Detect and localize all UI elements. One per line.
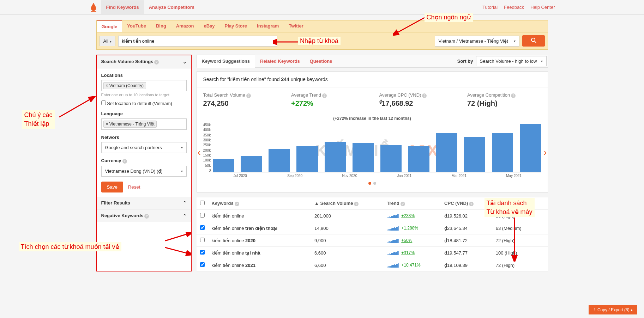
trend-cell[interactable]: +50% bbox=[387, 238, 437, 243]
tab-related[interactable]: Related Keywords bbox=[255, 55, 305, 67]
reset-button[interactable]: Reset bbox=[128, 184, 140, 190]
chevron-down-icon: ⌄ bbox=[183, 59, 187, 65]
negative-keywords-header[interactable]: Negative Keywords?⌃ bbox=[97, 209, 191, 222]
summary-text: Search for "kiếm tiền online" found 244 … bbox=[197, 72, 548, 87]
chart-bar bbox=[296, 146, 318, 172]
select-all-checkbox[interactable] bbox=[200, 201, 205, 205]
language-input[interactable]: × Vietnamese - Tiếng Việt bbox=[101, 118, 187, 130]
svg-line-5 bbox=[59, 99, 91, 117]
language-label: Language bbox=[101, 111, 187, 116]
trend-cell[interactable]: +317% bbox=[387, 250, 437, 255]
chevron-up-icon: ⌃ bbox=[183, 200, 187, 206]
svg-line-4 bbox=[535, 41, 536, 43]
trend-cell[interactable]: +233% bbox=[387, 213, 437, 218]
chart-bar bbox=[464, 137, 485, 172]
col-keywords[interactable]: Keywords? bbox=[208, 197, 311, 210]
annotation-settings: Chú ý cácThiết lập bbox=[22, 110, 55, 129]
chart-bar bbox=[492, 133, 513, 172]
chart-bar bbox=[436, 133, 457, 172]
source-tab-instagram[interactable]: Instagram bbox=[252, 20, 284, 32]
avg-trend-value: +272% bbox=[291, 99, 365, 108]
annotation-checkbox: Tích chọn các từ khoá muốn tải về bbox=[19, 242, 121, 251]
row-checkbox[interactable] bbox=[200, 238, 205, 242]
annotation-keyword: Nhập từ khoá bbox=[298, 37, 341, 45]
chart-bar bbox=[380, 145, 402, 172]
source-tab-amazon[interactable]: Amazon bbox=[171, 20, 199, 32]
sort-select[interactable]: Search Volume - high to low▾ bbox=[476, 56, 547, 66]
source-tab-twitter[interactable]: Twitter bbox=[284, 20, 308, 32]
locations-input[interactable]: × Vietnam (Country) bbox=[101, 80, 187, 91]
chart-bar bbox=[325, 142, 346, 172]
chart-bar bbox=[213, 159, 234, 172]
table-row: kiếm tiền online tại nhà6,600+317%₫19,54… bbox=[197, 247, 548, 259]
search-button[interactable] bbox=[522, 35, 545, 47]
source-tab-play-store[interactable]: Play Store bbox=[220, 20, 252, 32]
chart-bar bbox=[353, 143, 374, 172]
language-selector[interactable]: Vietnam / Vietnamese - Tiếng Việt▾ bbox=[435, 36, 519, 47]
row-checkbox[interactable] bbox=[200, 225, 205, 230]
logo-icon bbox=[89, 3, 98, 12]
trend-cell[interactable]: +1,288% bbox=[387, 226, 437, 231]
chart-bar bbox=[269, 149, 290, 172]
svg-rect-0 bbox=[91, 11, 96, 12]
nav-analyze-competitors[interactable]: Analyze Competitors bbox=[144, 0, 199, 14]
table-row: kiếm tiền online 20216,600+10,471%₫19,10… bbox=[197, 259, 548, 271]
link-tutorial[interactable]: Tutorial bbox=[482, 5, 498, 10]
chart-bar bbox=[408, 146, 429, 172]
currency-select[interactable]: Vietnamese Dong (VND) (₫)▾ bbox=[101, 166, 187, 177]
chart-xaxis: Jul 2020Sep 2020Nov 2020Jan 2021Mar 2021… bbox=[213, 174, 541, 178]
source-tabs: GoogleYouTubeBingAmazoneBayPlay StoreIns… bbox=[96, 20, 548, 32]
col-volume[interactable]: ▲ Search Volume? bbox=[311, 197, 383, 210]
row-checkbox[interactable] bbox=[200, 262, 205, 267]
chart-bar bbox=[241, 156, 262, 172]
table-row: kiếm tiền online trên điện thoại14,800+1… bbox=[197, 222, 548, 234]
pager-dot[interactable] bbox=[373, 182, 376, 185]
chart-prev[interactable]: ‹ bbox=[196, 145, 202, 159]
annotation-language: Chọn ngôn ngữ bbox=[425, 13, 473, 22]
nav-find-keywords[interactable]: Find Keywords bbox=[101, 0, 144, 14]
link-help-center[interactable]: Help Center bbox=[530, 5, 555, 10]
avg-comp-value: 72 (High) bbox=[467, 99, 541, 108]
tab-suggestions[interactable]: Keyword Suggestions bbox=[197, 55, 255, 68]
annotation-export: Tải danh sáchTừ khoá về máy bbox=[484, 198, 535, 217]
row-checkbox[interactable] bbox=[200, 213, 205, 218]
currency-label: Currency? bbox=[101, 158, 187, 164]
match-filter[interactable]: All ▾ bbox=[100, 36, 115, 46]
chart-bars bbox=[213, 123, 541, 172]
row-checkbox[interactable] bbox=[200, 250, 205, 255]
table-row: kiếm tiền online 20209,900+50%₫18,481.72… bbox=[197, 234, 548, 247]
total-volume-value: 274,250 bbox=[203, 99, 277, 108]
chart-yaxis: 450k400k350k300k250k200k150k100k50k0 bbox=[203, 123, 213, 172]
sort-label: Sort by bbox=[457, 59, 473, 64]
source-tab-bing[interactable]: Bing bbox=[151, 20, 171, 32]
keyword-input[interactable] bbox=[118, 36, 277, 47]
settings-panel-header[interactable]: Search Volume Settings? ⌄ bbox=[97, 55, 191, 68]
help-icon: ? bbox=[154, 60, 159, 65]
source-tab-ebay[interactable]: eBay bbox=[199, 20, 219, 32]
source-tab-google[interactable]: Google bbox=[97, 20, 122, 32]
chart-next[interactable]: › bbox=[542, 145, 548, 159]
save-button[interactable]: Save bbox=[101, 182, 123, 192]
pager-dot[interactable] bbox=[368, 182, 371, 185]
network-label: Network bbox=[101, 135, 187, 140]
network-select[interactable]: Google and search partners▾ bbox=[101, 142, 187, 153]
chevron-up-icon: ⌃ bbox=[183, 213, 187, 219]
chart-bar bbox=[520, 124, 541, 172]
svg-point-3 bbox=[531, 38, 535, 42]
source-tab-youtube[interactable]: YouTube bbox=[122, 20, 151, 32]
chart-caption: (+272% increase in the last 12 months) bbox=[203, 116, 541, 121]
tab-questions[interactable]: Questions bbox=[305, 55, 337, 67]
col-trend[interactable]: Trend? bbox=[383, 197, 441, 210]
trend-cell[interactable]: +10,471% bbox=[387, 263, 437, 268]
link-feedback[interactable]: Feedback bbox=[504, 5, 524, 10]
locations-label: Locations bbox=[101, 73, 187, 78]
locations-hint: Enter one or up to 10 locations to targe… bbox=[101, 93, 187, 97]
filter-results-header[interactable]: Filter Results⌃ bbox=[97, 197, 191, 209]
default-location-checkbox[interactable] bbox=[101, 100, 106, 105]
avg-cpc-value: ₫17,668.92 bbox=[379, 99, 453, 108]
